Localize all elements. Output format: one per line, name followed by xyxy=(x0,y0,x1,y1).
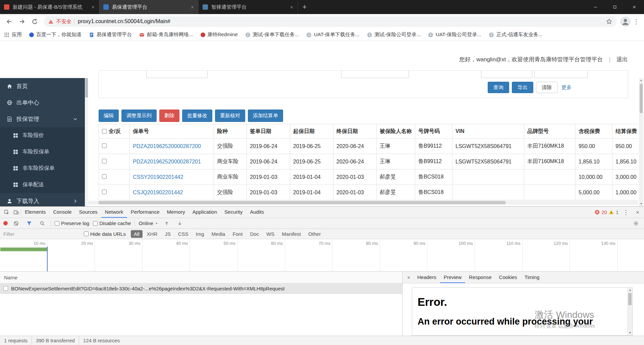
devtools-menu-kebab-icon[interactable]: ⋮ xyxy=(621,209,631,216)
sidebar-item-issue-center[interactable]: 出单中心 xyxy=(0,94,85,111)
row-checkbox[interactable] xyxy=(102,159,107,163)
filter-type-img[interactable]: Img xyxy=(193,230,207,238)
url-text[interactable]: proxy1.countnet.cn:50004/Login/Main# xyxy=(78,18,603,24)
scroll-up-icon[interactable] xyxy=(639,79,643,82)
row-checkbox[interactable] xyxy=(102,190,107,194)
vertical-scroll-thumb[interactable] xyxy=(640,84,643,113)
search-button[interactable]: 查询 xyxy=(488,82,509,93)
clear-button[interactable]: 清除 xyxy=(536,82,557,93)
form-input-stub[interactable] xyxy=(146,70,208,78)
new-tab-button[interactable]: + xyxy=(298,0,311,14)
forward-button[interactable] xyxy=(16,16,28,27)
filter-type-manifest[interactable]: Manifest xyxy=(279,230,304,238)
select-all-checkbox[interactable] xyxy=(102,129,107,134)
horizontal-scroll-thumb[interactable] xyxy=(98,201,506,204)
filter-type-other[interactable]: Other xyxy=(305,230,324,238)
bookmark-item[interactable]: UAT-保险公司登录... xyxy=(428,31,481,38)
detail-tab-headers[interactable]: Headers xyxy=(414,272,440,283)
filter-funnel-icon[interactable] xyxy=(24,219,34,228)
sidebar-scroll-thumb[interactable] xyxy=(85,78,88,97)
device-toolbar-icon[interactable] xyxy=(11,208,21,217)
refresh-button[interactable] xyxy=(29,16,40,27)
sidebar-item-non-auto-policy[interactable]: 非车险投保单 xyxy=(0,160,85,177)
sidebar-scrollbar[interactable] xyxy=(85,78,88,206)
error-count[interactable]: 20 xyxy=(602,210,607,215)
search-icon[interactable] xyxy=(38,219,47,228)
hide-data-urls-checkbox[interactable] xyxy=(84,231,89,236)
sidebar-item-policy-delivery[interactable]: 保单配送 xyxy=(0,177,85,193)
close-window-button[interactable] xyxy=(625,0,644,14)
devtools-tab-security[interactable]: Security xyxy=(221,207,246,218)
browser-tab[interactable]: 智择通管理平台 xyxy=(199,0,298,14)
inspect-element-icon[interactable] xyxy=(2,208,11,217)
preview-scroll-thumb[interactable] xyxy=(628,293,632,305)
devtools-tab-sources[interactable]: Sources xyxy=(75,207,101,218)
browser-tab[interactable]: 易保通管理平台 xyxy=(99,0,199,14)
filter-input[interactable] xyxy=(3,231,79,237)
maximize-button[interactable] xyxy=(605,0,625,14)
bookmark-item[interactable]: 邮箱-青岛康特网络... xyxy=(139,31,193,38)
throttling-dropdown[interactable]: Online xyxy=(139,220,158,226)
network-overview-timeline[interactable]: 10 ms20 ms30 ms40 ms50 ms60 ms70 ms80 ms… xyxy=(0,239,644,272)
policy-number-link[interactable]: CSSY201902201442 xyxy=(133,174,183,180)
row-checkbox[interactable] xyxy=(102,143,107,148)
bookmark-item[interactable]: 百度一下，你就知道 xyxy=(29,31,82,38)
tab-close-icon[interactable] xyxy=(290,5,293,9)
devtools-tab-application[interactable]: Application xyxy=(189,207,221,218)
import-har-icon[interactable] xyxy=(162,219,171,228)
tab-close-icon[interactable] xyxy=(191,5,194,9)
devtools-tab-console[interactable]: Console xyxy=(50,207,75,218)
warning-badge-icon[interactable] xyxy=(609,210,614,215)
bookmark-item[interactable]: 测试-保单下载任务... xyxy=(245,31,299,38)
sidebar-item-home[interactable]: 首页 xyxy=(0,78,85,94)
sidebar-item-auto-policy[interactable]: 车险投保单 xyxy=(0,144,85,160)
devtools-tab-audits[interactable]: Audits xyxy=(246,207,268,218)
browser-tab[interactable]: 新建问题 - 易保通-B/S管理系统 xyxy=(0,0,99,14)
filter-type-js[interactable]: JS xyxy=(162,230,174,238)
form-input-stub[interactable] xyxy=(481,70,532,78)
export-button[interactable]: 导出 xyxy=(512,82,533,93)
bookmark-item[interactable]: 正式-信通车友业务... xyxy=(489,31,543,38)
record-button[interactable] xyxy=(3,221,8,225)
bookmark-item[interactable]: UAT-保单下载任务... xyxy=(306,31,360,38)
disable-cache-checkbox[interactable] xyxy=(93,221,98,226)
policy-number-link[interactable]: CSJQ201902201442 xyxy=(133,190,183,195)
minimize-button[interactable] xyxy=(586,0,605,14)
clear-log-icon[interactable] xyxy=(11,219,21,228)
bookmark-item[interactable]: 康特Redmine xyxy=(201,31,238,38)
devtools-tab-performance[interactable]: Performance xyxy=(127,207,163,218)
policy-number-link[interactable]: PDZA201962520000287200 xyxy=(133,143,201,149)
back-button[interactable] xyxy=(3,16,15,27)
recheck-button[interactable]: 重新核对 xyxy=(215,110,245,122)
tab-close-icon[interactable] xyxy=(91,5,95,9)
profile-avatar[interactable] xyxy=(620,16,631,27)
sidebar-item-download-import[interactable]: 下载导入 xyxy=(0,193,85,206)
filter-type-css[interactable]: CSS xyxy=(175,230,192,238)
filter-type-all[interactable]: All xyxy=(131,230,143,238)
logout-link[interactable]: 退出 xyxy=(616,56,628,63)
filter-type-xhr[interactable]: XHR xyxy=(144,230,161,238)
policy-number-link[interactable]: PDZA201962520000287201 xyxy=(133,159,201,164)
detail-tab-timing[interactable]: Timing xyxy=(521,272,543,283)
error-badge-icon[interactable] xyxy=(595,210,600,215)
devtools-tab-network[interactable]: Network xyxy=(101,207,127,218)
detail-tab-cookies[interactable]: Cookies xyxy=(495,272,521,283)
request-list-header[interactable]: Name xyxy=(0,272,402,283)
apps-button[interactable]: 应用 xyxy=(4,31,22,38)
adjust-columns-button[interactable]: 调整显示列 xyxy=(121,110,157,122)
filter-type-ws[interactable]: WS xyxy=(263,230,277,238)
preserve-log-checkbox[interactable] xyxy=(55,221,59,226)
bookmark-item[interactable]: 易保通管理平台 xyxy=(89,31,132,38)
bookmark-item[interactable]: 测试-保险公司登录... xyxy=(367,31,421,38)
devtools-tab-elements[interactable]: Elements xyxy=(21,207,50,218)
sidebar-item-auto-quote[interactable]: 车险报价 xyxy=(0,127,85,144)
network-settings-gear-icon[interactable] xyxy=(631,219,641,228)
close-detail-icon[interactable] xyxy=(404,276,414,279)
filter-type-doc[interactable]: Doc xyxy=(247,230,262,238)
form-input-stub[interactable] xyxy=(341,70,409,78)
export-har-icon[interactable] xyxy=(175,219,184,228)
detail-tab-response[interactable]: Response xyxy=(465,272,495,283)
warning-count[interactable]: 1 xyxy=(616,210,619,215)
more-link[interactable]: 更多 xyxy=(561,84,572,91)
horizontal-scrollbar[interactable] xyxy=(88,201,638,205)
